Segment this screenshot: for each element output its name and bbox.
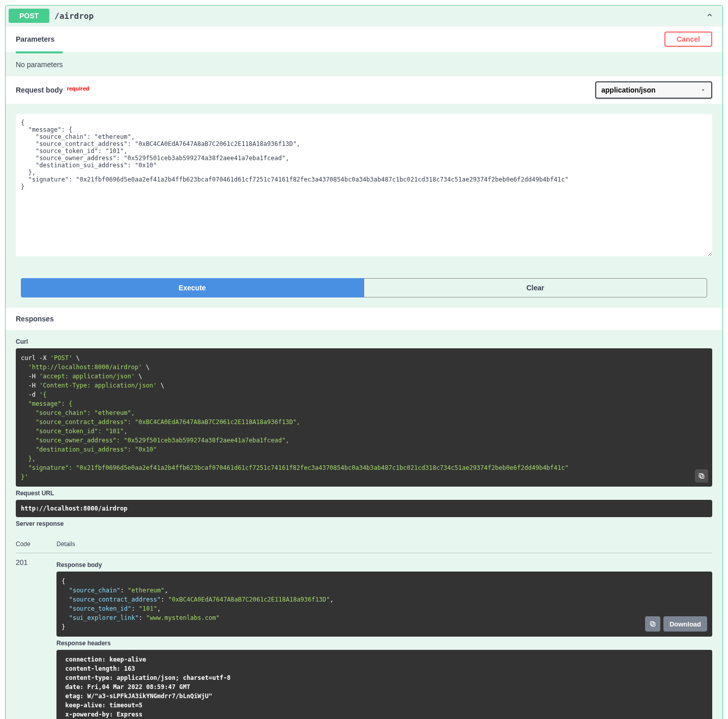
request-url-value: http://localhost:8000/airdrop (16, 500, 712, 517)
response-row: 201 Response body { "source_chain": "eth… (16, 553, 712, 719)
operation-summary[interactable]: POST /airdrop (6, 6, 722, 26)
parameters-header: Parameters Cancel (6, 26, 722, 52)
response-table: Code Details 201 Response body { "source… (6, 535, 722, 719)
request-body-label: Request body (16, 86, 63, 94)
svg-rect-3 (650, 621, 654, 625)
server-response-label: Server response (16, 520, 712, 527)
details-column-header: Details (56, 541, 712, 548)
response-body-block: { "source_chain": "ethereum", "source_co… (56, 572, 712, 637)
download-button[interactable]: Download (663, 616, 707, 632)
response-table-head: Code Details (16, 535, 712, 553)
no-parameters-text: No parameters (6, 53, 722, 76)
code-column-header: Code (16, 541, 56, 548)
response-body-label: Response body (56, 561, 712, 568)
response-code: 201 (16, 558, 56, 719)
operation-block: POST /airdrop Parameters Cancel No param… (5, 5, 723, 719)
request-url-label: Request URL (16, 490, 712, 497)
copy-curl-button[interactable] (695, 469, 708, 483)
parameters-title: Parameters (16, 35, 54, 43)
response-details: Response body { "source_chain": "ethereu… (56, 558, 712, 719)
curl-code-block: curl -X 'POST' \ 'http://localhost:8000/… (16, 348, 712, 487)
action-button-row: Execute Clear (6, 268, 722, 303)
execute-button[interactable]: Execute (21, 278, 364, 297)
svg-rect-2 (652, 623, 655, 626)
request-body-area: { "message": { "source_chain": "ethereum… (6, 104, 722, 268)
clear-button[interactable]: Clear (364, 278, 708, 297)
required-badge: required (67, 85, 89, 92)
content-type-select[interactable]: application/json (595, 81, 712, 99)
response-headers-block: connection: keep-alive content-length: 1… (56, 650, 712, 719)
response-headers-label: Response headers (56, 640, 712, 647)
svg-rect-1 (699, 473, 703, 477)
svg-rect-0 (701, 475, 704, 478)
endpoint-path: /airdrop (54, 11, 94, 21)
request-body-title: Request body required (16, 86, 89, 94)
request-body-header: Request body required application/json (6, 76, 722, 104)
chevron-up-icon (705, 11, 714, 21)
request-body-textarea[interactable]: { "message": { "source_chain": "ethereum… (16, 114, 712, 256)
http-method-badge: POST (9, 9, 49, 23)
copy-response-button[interactable] (645, 616, 660, 632)
responses-title: Responses (6, 308, 722, 330)
curl-section: Curl curl -X 'POST' \ 'http://localhost:… (6, 330, 722, 535)
curl-label: Curl (16, 338, 712, 345)
response-body-buttons: Download (645, 616, 707, 632)
cancel-button[interactable]: Cancel (664, 32, 712, 47)
